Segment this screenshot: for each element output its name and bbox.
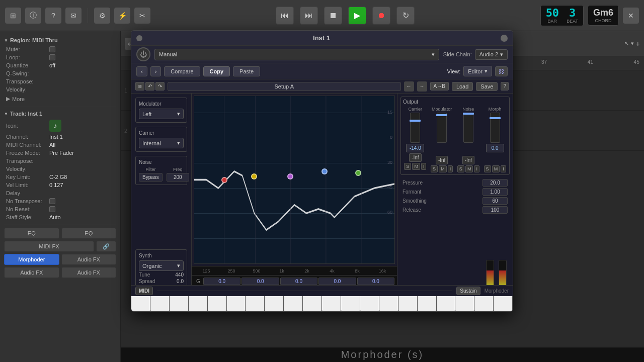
no-transpose-checkbox[interactable] [49, 198, 55, 204]
loop-checkbox[interactable] [49, 54, 55, 60]
power-button[interactable]: ⏻ [136, 47, 150, 61]
help-icon[interactable]: ? [45, 8, 61, 24]
modulator-s-btn[interactable]: S [431, 165, 438, 172]
modulator-select[interactable]: Left ▾ [139, 109, 184, 119]
midi-fx-button[interactable]: MIDI FX [4, 241, 94, 252]
white-key-4[interactable] [189, 296, 208, 311]
modulator-m-btn[interactable]: M [439, 165, 447, 172]
g-val-1[interactable]: 0.0 [203, 278, 240, 285]
modulator-slider[interactable] [437, 113, 447, 143]
close-icon[interactable]: ✕ [623, 8, 639, 24]
noise-slider[interactable] [463, 113, 473, 143]
eq-button-left[interactable]: EQ [4, 228, 59, 239]
pressure-value[interactable]: 20.0 [482, 179, 508, 187]
noise-inf[interactable]: -Inf [462, 156, 474, 164]
noise-filter-value[interactable]: Bypass [139, 173, 163, 182]
rewind-button[interactable]: ⏮ [276, 7, 294, 25]
audio-fx-button-right[interactable]: Audio FX [61, 254, 117, 265]
info-icon[interactable]: ⓘ [25, 8, 41, 24]
white-key-13[interactable] [360, 296, 379, 311]
plugin-close-button[interactable] [136, 35, 142, 41]
audio-fx-button-left[interactable]: Audio FX [4, 267, 59, 278]
synth-select[interactable]: Organic ▾ [139, 260, 184, 271]
carrier-inf[interactable]: -Inf [409, 153, 421, 162]
eq-point-5[interactable] [355, 170, 361, 176]
modulator-i-btn[interactable]: I [448, 165, 453, 172]
morph-m-btn[interactable]: M [492, 165, 500, 172]
editor-dropdown[interactable]: Editor ▾ [463, 66, 492, 76]
g-val-4[interactable]: 0.0 [318, 278, 356, 285]
modulator-inf[interactable]: -Inf [436, 156, 448, 164]
audio-fx-button-right2[interactable]: Audio FX [61, 267, 117, 278]
carrier-slider[interactable] [410, 113, 420, 143]
track-icon[interactable]: ♪ [49, 120, 61, 132]
smoothing-value[interactable]: 60 [482, 197, 508, 205]
g-val-3[interactable]: 0.0 [280, 278, 317, 285]
noise-i-btn[interactable]: I [474, 165, 479, 172]
white-key-10[interactable] [303, 296, 322, 311]
noise-m-btn[interactable]: M [465, 165, 473, 172]
play-button[interactable]: ▶ [348, 7, 366, 25]
carrier-value[interactable]: -14.0 [406, 144, 424, 152]
more-link[interactable]: ▶ More [4, 94, 116, 104]
link-button[interactable]: 🔗 [96, 241, 116, 252]
white-key-12[interactable] [341, 296, 360, 311]
eq-button-right[interactable]: EQ [61, 228, 117, 239]
wave-icon[interactable]: ≋ [135, 82, 144, 90]
copy-button[interactable]: Copy [203, 66, 230, 76]
next-preset-button[interactable]: › [150, 66, 162, 76]
cursor-tool[interactable]: ↖ [624, 40, 629, 47]
undo-icon[interactable]: ↶ [145, 82, 154, 90]
eq-point-3[interactable] [287, 173, 293, 179]
white-key-6[interactable] [227, 296, 246, 311]
white-key-14[interactable] [379, 296, 398, 311]
white-key-18[interactable] [455, 296, 474, 311]
sustain-button[interactable]: Sustain [456, 287, 480, 295]
white-key-15[interactable] [398, 296, 418, 311]
scissors-icon[interactable]: ✂ [134, 8, 150, 24]
help-plugin-button[interactable]: ? [501, 82, 509, 90]
carrier-i-btn[interactable]: I [421, 163, 427, 170]
settings-icon[interactable]: ⚙ [94, 8, 110, 24]
morph-slider[interactable] [490, 113, 500, 143]
morph-value[interactable]: 0.0 [486, 144, 504, 152]
cycle-button[interactable]: ↻ [396, 7, 415, 25]
carrier-m-btn[interactable]: M [412, 163, 420, 170]
formant-value[interactable]: 1.00 [482, 188, 508, 196]
chevron-down[interactable]: ▾ [631, 40, 634, 47]
mail-icon[interactable]: ✉ [65, 8, 82, 24]
release-value[interactable]: 100 [482, 206, 508, 214]
noise-s-btn[interactable]: S [457, 165, 464, 172]
morph-i-btn[interactable]: I [501, 165, 506, 172]
piano-keyboard[interactable] [131, 296, 513, 311]
white-key-17[interactable] [437, 296, 456, 311]
prev-preset-button[interactable]: ‹ [136, 66, 147, 76]
morphoder-button[interactable]: Morphoder [4, 254, 59, 265]
g-val-2[interactable]: 0.0 [242, 278, 279, 285]
carrier-select[interactable]: Internal ▾ [139, 138, 184, 148]
midi-badge[interactable]: MIDI [135, 287, 153, 295]
eq-point-2[interactable] [251, 173, 257, 179]
no-reset-checkbox[interactable] [49, 206, 55, 212]
forward-button[interactable]: ⏭ [300, 7, 318, 25]
redo-icon[interactable]: ↷ [155, 82, 165, 90]
plus-tool[interactable]: + [636, 40, 640, 48]
noise-freq-value[interactable]: 200 [167, 173, 189, 182]
eq-point-1[interactable] [221, 177, 227, 183]
setup-next-button[interactable]: → [417, 81, 427, 92]
white-key-19[interactable] [474, 296, 494, 311]
white-key-1[interactable] [131, 296, 150, 311]
link-view-button[interactable]: ⛓ [495, 66, 508, 76]
stop-button[interactable]: ⏹ [324, 7, 342, 25]
white-key-3[interactable] [170, 296, 189, 311]
plugin-expand-button[interactable] [501, 35, 508, 42]
record-button[interactable]: ⏺ [372, 7, 390, 25]
paste-button[interactable]: Paste [233, 66, 260, 76]
grid-icon[interactable]: ⊞ [5, 8, 21, 24]
region-triangle[interactable]: ▼ [4, 38, 8, 43]
white-key-16[interactable] [418, 296, 437, 311]
white-key-2[interactable] [150, 296, 170, 311]
compare-button[interactable]: Compare [164, 66, 200, 76]
mute-checkbox[interactable] [49, 46, 55, 52]
mixer-icon[interactable]: ⚡ [114, 8, 130, 24]
